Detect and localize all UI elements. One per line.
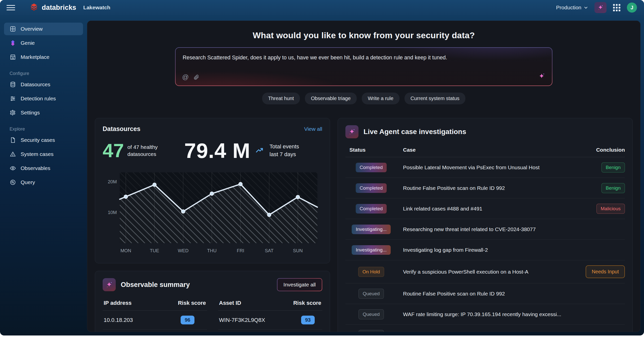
eye-icon <box>10 165 16 172</box>
view-all-link[interactable]: View all <box>304 126 322 132</box>
table-row[interactable]: Completed Link related cases #488 and #4… <box>345 198 625 219</box>
left-column: Datasources View all 47 of 47 healthy da… <box>95 118 330 332</box>
case-title: WAF rate limiting surge: IP 70.39.165.19… <box>403 311 569 317</box>
healthy-label: of 47 healthy datasources <box>128 144 168 158</box>
risk-score-badge: 93 <box>301 316 315 324</box>
datasources-card: Datasources View all 47 of 47 healthy da… <box>95 118 330 263</box>
svg-text:SUN: SUN <box>293 248 303 253</box>
healthy-count: 47 <box>103 141 124 160</box>
sidebar-section-explore: Explore <box>10 126 87 132</box>
table-row[interactable]: Queued Multi-technique threat campaign: … <box>345 325 625 332</box>
top-bar: databricks Lakewatch Production J <box>0 0 644 15</box>
brand-name: databricks <box>42 4 76 12</box>
conclusion-badge: Benign <box>601 162 625 173</box>
case-title: Verify a suspicious PowerShell execution… <box>403 269 569 275</box>
svg-text:20M: 20M <box>108 179 117 184</box>
table-row[interactable]: Queued WAF rate limiting surge: IP 70.39… <box>345 304 625 325</box>
table-row[interactable]: On Hold Verify a suspicious PowerShell e… <box>345 260 625 283</box>
main-panel: What would you like to know from your se… <box>87 21 640 332</box>
brand: databricks Lakewatch <box>30 3 110 12</box>
alert-triangle-icon <box>10 151 16 157</box>
prompt-input[interactable]: Research Scattered Spider, does it apply… <box>183 54 545 61</box>
prompt-box: Research Scattered Spider, does it apply… <box>175 47 552 86</box>
document-icon <box>10 137 16 143</box>
status-badge: On Hold <box>358 267 384 277</box>
suggestion-chip-system-status[interactable]: Current system status <box>405 93 466 104</box>
sidebar-item-marketplace[interactable]: Marketplace <box>4 51 83 63</box>
databricks-logo-icon <box>30 3 38 12</box>
apps-grid-icon[interactable] <box>613 4 620 11</box>
sidebar-item-label: Observables <box>21 165 50 171</box>
status-badge: Investigating... <box>352 225 391 234</box>
app-name: Lakewatch <box>83 5 110 11</box>
table-row[interactable]: WIN-7F3K2L9Q8X 93 <box>218 311 323 330</box>
svg-text:THU: THU <box>207 248 217 253</box>
column-header-status: Status <box>345 147 397 153</box>
asset-id-value: WIN-7F3K2L9Q8X <box>219 317 265 323</box>
sidebar-item-detection-rules[interactable]: Detection rules <box>4 92 83 105</box>
case-title: Investigating log gap from Firewall-2 <box>403 247 569 253</box>
suggestion-chip-threat-hunt[interactable]: Threat hunt <box>262 93 300 104</box>
sidebar-item-query[interactable]: Query <box>4 176 83 189</box>
conclusion-badge: Benign <box>601 183 625 193</box>
observable-asset-group: Asset ID Risk score WIN-7F3K2L9Q8X 93 <box>218 300 323 330</box>
column-header-case: Case <box>403 147 569 153</box>
column-header-ip: IP address <box>104 300 132 306</box>
sidebar-item-overview[interactable]: Overview <box>4 23 83 35</box>
sidebar-item-label: Datasources <box>21 81 50 88</box>
agent-sparkle-icon <box>345 125 358 138</box>
gear-icon <box>10 109 16 116</box>
sidebar-item-label: Security cases <box>21 137 55 143</box>
environment-selector[interactable]: Production <box>556 5 588 11</box>
database-icon <box>10 81 16 88</box>
table-row[interactable]: Investigating... Researching new threat … <box>345 219 625 240</box>
svg-text:SAT: SAT <box>265 248 273 253</box>
agent-sparkle-icon <box>103 278 116 291</box>
storefront-icon <box>10 54 16 60</box>
page-title: What would you like to know from your se… <box>175 30 552 40</box>
investigate-all-button[interactable]: Investigate all <box>277 278 322 291</box>
suggestion-chip-observable-triage[interactable]: Observable triage <box>305 93 357 104</box>
query-search-icon <box>10 179 16 186</box>
app-window: databricks Lakewatch Production J Overvi… <box>0 0 644 335</box>
genie-icon <box>10 40 16 46</box>
total-events-value: 79.4 M <box>184 140 251 161</box>
sidebar-item-label: Settings <box>21 110 40 116</box>
overview-grid-icon <box>10 26 16 32</box>
sidebar-item-label: Query <box>21 179 35 185</box>
risk-score-badge: 96 <box>181 316 194 324</box>
sidebar-item-security-cases[interactable]: Security cases <box>4 134 83 146</box>
sidebar-item-settings[interactable]: Settings <box>4 106 83 119</box>
sidebar-item-observables[interactable]: Observables <box>4 162 83 175</box>
attachment-paperclip-icon[interactable] <box>193 74 199 80</box>
column-header-risk: Risk score <box>293 300 321 306</box>
mention-icon[interactable]: @ <box>182 73 189 81</box>
table-row[interactable]: Completed Possible Lateral Movement via … <box>345 157 625 178</box>
case-title: Possible Lateral Movement via PsExec fro… <box>403 164 569 171</box>
table-row[interactable]: Completed Routine False Positive scan on… <box>345 178 625 198</box>
sidebar-item-datasources[interactable]: Datasources <box>4 78 83 91</box>
svg-text:FRI: FRI <box>237 248 244 253</box>
case-title: Link related cases #488 and #491 <box>403 206 569 212</box>
status-badge: Investigating... <box>352 245 391 255</box>
table-row[interactable]: Investigating... Investigating log gap f… <box>345 240 625 260</box>
sidebar-item-system-cases[interactable]: System cases <box>4 148 83 160</box>
sidebar-item-genie[interactable]: Genie <box>4 37 83 49</box>
column-header-conclusion: Conclusion <box>575 147 625 153</box>
table-row[interactable]: 10.0.18.203 96 <box>103 311 207 330</box>
svg-text:TUE: TUE <box>150 248 159 253</box>
user-avatar[interactable]: J <box>627 3 637 13</box>
table-row[interactable]: Queued Routine False Positive scan on Ru… <box>345 283 625 304</box>
observable-summary-card: Observable summary Investigate all IP ad… <box>95 271 330 332</box>
assistant-sparkle-button[interactable] <box>594 2 607 13</box>
status-badge: Completed <box>356 183 387 193</box>
trend-up-icon <box>255 146 265 155</box>
chevron-down-icon <box>584 6 588 10</box>
case-title: Researching new threat intel related to … <box>403 226 569 232</box>
suggestion-chip-write-a-rule[interactable]: Write a rule <box>362 93 399 104</box>
sparkle-icon <box>597 4 604 11</box>
send-sparkle-button[interactable] <box>538 72 545 81</box>
column-header-asset: Asset ID <box>219 300 241 306</box>
hamburger-menu-icon[interactable] <box>7 4 15 11</box>
conclusion-badge: Malicious <box>596 204 625 214</box>
